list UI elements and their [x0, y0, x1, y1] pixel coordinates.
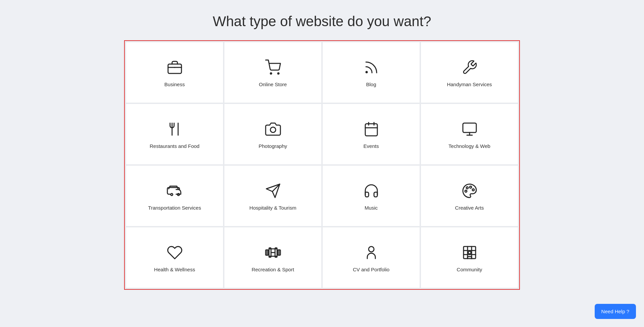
- svg-point-15: [171, 194, 173, 196]
- plane-icon: [264, 182, 282, 200]
- car-icon: [166, 182, 183, 200]
- svg-rect-8: [365, 124, 377, 136]
- help-button[interactable]: Need Help ?: [595, 304, 636, 319]
- cart-icon: [264, 59, 282, 76]
- category-item-music[interactable]: Music: [323, 166, 420, 226]
- svg-point-7: [270, 127, 276, 132]
- svg-point-28: [369, 247, 374, 252]
- category-item-hospitality[interactable]: Hospitality & Tourism: [224, 166, 321, 226]
- category-label-recreation: Recreation & Sport: [252, 266, 294, 273]
- category-label-transportation: Transportation Services: [148, 204, 201, 211]
- category-item-business[interactable]: Business: [126, 42, 223, 103]
- category-label-music: Music: [365, 204, 378, 211]
- category-label-creative: Creative Arts: [455, 204, 484, 211]
- wrench-icon: [461, 59, 478, 76]
- category-item-restaurants[interactable]: Restaurants and Food: [126, 104, 223, 164]
- svg-rect-12: [463, 123, 476, 132]
- person-icon: [363, 244, 380, 261]
- svg-point-18: [472, 189, 474, 191]
- category-item-online-store[interactable]: Online Store: [224, 42, 321, 103]
- category-item-events[interactable]: Events: [323, 104, 420, 164]
- monitor-icon: [461, 120, 478, 138]
- category-label-community: Community: [457, 266, 482, 273]
- category-label-health: Health & Wellness: [154, 266, 195, 273]
- category-label-cv: CV and Portfolio: [353, 266, 389, 273]
- category-label-handyman: Handyman Services: [447, 81, 492, 88]
- category-item-blog[interactable]: Blog: [323, 42, 420, 103]
- category-item-creative[interactable]: Creative Arts: [421, 166, 518, 226]
- svg-point-4: [366, 71, 367, 73]
- category-item-recreation[interactable]: Recreation & Sport: [224, 227, 321, 288]
- category-label-hospitality: Hospitality & Tourism: [250, 204, 297, 211]
- category-item-transportation[interactable]: Transportation Services: [126, 166, 223, 226]
- category-item-health[interactable]: Health & Wellness: [126, 227, 223, 288]
- svg-point-3: [278, 73, 279, 74]
- dumbbell-icon: [264, 244, 282, 261]
- category-item-cv[interactable]: CV and Portfolio: [323, 227, 420, 288]
- category-label-events: Events: [364, 143, 379, 150]
- svg-point-2: [270, 73, 272, 74]
- camera-icon: [264, 120, 282, 138]
- page-title: What type of website do you want?: [213, 13, 431, 30]
- svg-point-19: [466, 187, 468, 189]
- category-item-community[interactable]: Community: [421, 227, 518, 288]
- category-item-technology[interactable]: Technology & Web: [421, 104, 518, 164]
- palette-icon: [461, 182, 478, 200]
- category-label-photography: Photography: [259, 143, 287, 150]
- category-item-photography[interactable]: Photography: [224, 104, 321, 164]
- svg-point-30: [468, 251, 471, 254]
- heart-icon: [166, 244, 183, 261]
- category-label-business: Business: [164, 81, 185, 88]
- svg-rect-0: [168, 64, 181, 73]
- svg-point-17: [470, 186, 472, 188]
- category-grid: BusinessOnline StoreBlogHandyman Service…: [124, 40, 520, 290]
- category-label-technology: Technology & Web: [448, 143, 490, 150]
- category-label-online-store: Online Store: [259, 81, 287, 88]
- fork-knife-icon: [166, 120, 183, 138]
- category-label-restaurants: Restaurants and Food: [150, 143, 199, 150]
- category-label-blog: Blog: [366, 81, 376, 88]
- building-icon: [461, 244, 478, 261]
- briefcase-icon: [166, 59, 183, 76]
- category-item-handyman[interactable]: Handyman Services: [421, 42, 518, 103]
- svg-point-20: [465, 190, 467, 192]
- headphones-icon: [363, 182, 380, 200]
- calendar-icon: [363, 120, 380, 138]
- rss-icon: [363, 59, 380, 76]
